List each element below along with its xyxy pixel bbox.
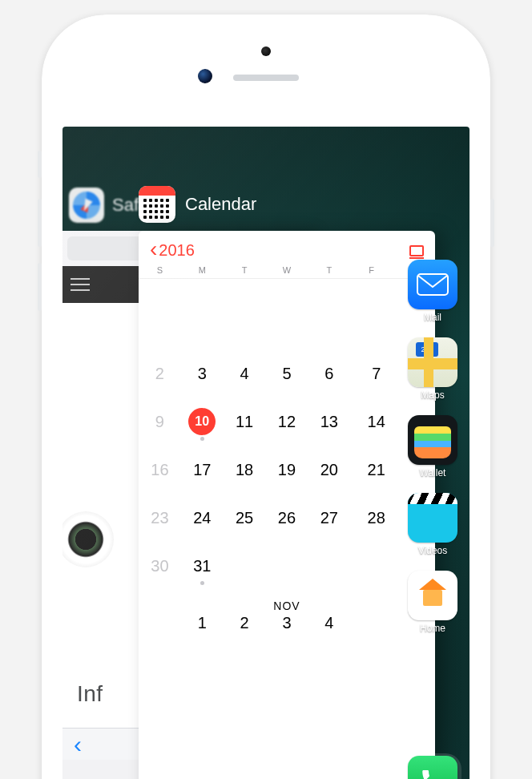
wallet-app-icon — [408, 415, 457, 465]
mail-app-label: Mail — [424, 312, 441, 323]
calendar-day-cell[interactable]: 7 — [350, 349, 393, 398]
front-camera — [198, 69, 212, 83]
page-image-eye — [62, 511, 114, 567]
calendar-day-cell — [350, 542, 393, 590]
calendar-day-cell[interactable]: 26 — [266, 494, 308, 542]
app-switcher-safari-header[interactable]: Safa — [69, 188, 148, 223]
screen: Safa Inf ‹ — [62, 127, 470, 779]
calendar-day-cell — [308, 542, 350, 590]
maps-app-icon: 280 — [408, 337, 457, 387]
calendar-day-cell[interactable]: 23 — [139, 494, 181, 542]
home-app-videos[interactable]: Videos — [408, 493, 457, 556]
calendar-day-cell[interactable]: 27 — [308, 494, 350, 542]
calendar-day-cell[interactable]: 4 — [224, 349, 266, 398]
calendar-month-grid[interactable]: 2345679101112131416171819202123242526272… — [139, 349, 435, 590]
power-button — [490, 199, 494, 247]
dock[interactable]: Phone — [404, 753, 461, 779]
weekday-cell: W — [266, 265, 308, 275]
home-app-home[interactable]: Home — [408, 571, 457, 634]
calendar-app-label: Calendar — [185, 194, 256, 215]
calendar-day-cell — [350, 614, 393, 632]
calendar-day-cell[interactable]: 30 — [139, 542, 181, 590]
weekday-cell: S — [139, 265, 181, 275]
videos-app-icon — [408, 493, 457, 543]
calendar-back-to-year[interactable]: ‹ 2016 — [150, 240, 195, 260]
phone-app-icon — [408, 756, 457, 779]
calendar-day-cell[interactable]: 24 — [181, 494, 224, 542]
calendar-day-cell[interactable]: 3 — [181, 349, 224, 398]
calendar-day-cell[interactable]: 20 — [308, 446, 350, 494]
calendar-next-month-label: NOV — [139, 590, 435, 614]
videos-app-label: Videos — [418, 545, 447, 556]
home-app-mail[interactable]: Mail — [408, 260, 457, 323]
sensor-dot — [261, 46, 271, 56]
calendar-day-cell[interactable]: 4 — [308, 614, 350, 632]
calendar-day-cell[interactable]: 3 — [266, 614, 308, 632]
calendar-day-cell[interactable]: 2 — [224, 614, 266, 632]
calendar-year-label: 2016 — [159, 241, 195, 260]
calendar-day-cell[interactable]: 16 — [139, 446, 181, 494]
calendar-day-cell[interactable]: 10 — [181, 398, 224, 446]
calendar-day-cell[interactable]: 19 — [266, 446, 308, 494]
calendar-blank-space — [139, 279, 435, 349]
safari-app-icon — [69, 188, 104, 223]
safari-back-icon[interactable]: ‹ — [74, 733, 82, 757]
hamburger-icon — [71, 284, 90, 285]
calendar-view-toggle-icon[interactable] — [409, 245, 424, 256]
wallet-app-label: Wallet — [420, 467, 446, 478]
volume-down-button — [38, 263, 42, 311]
calendar-day-cell — [139, 614, 181, 632]
calendar-day-cell[interactable]: 5 — [266, 349, 308, 398]
calendar-day-cell[interactable]: 2 — [139, 349, 181, 398]
home-screen-app-column[interactable]: Mail280MapsWalletVideosHome — [402, 260, 463, 634]
mute-switch — [38, 151, 42, 178]
home-app-icon — [408, 571, 457, 620]
earpiece — [233, 75, 299, 81]
calendar-day-cell[interactable]: 14 — [350, 398, 393, 446]
app-switcher-calendar-header[interactable]: Calendar — [139, 186, 256, 223]
calendar-day-cell[interactable]: 28 — [350, 494, 393, 542]
calendar-next-month-row[interactable]: 1234 — [139, 614, 435, 642]
weekday-cell: T — [308, 265, 350, 275]
volume-up-button — [38, 199, 42, 247]
calendar-day-cell[interactable]: 31 — [181, 542, 224, 590]
maps-app-label: Maps — [421, 390, 444, 401]
iphone-frame: Safa Inf ‹ — [42, 14, 490, 779]
calendar-day-cell[interactable]: 18 — [224, 446, 266, 494]
calendar-day-cell[interactable]: 21 — [350, 446, 393, 494]
calendar-day-cell[interactable]: 17 — [181, 446, 224, 494]
weekday-cell: T — [224, 265, 266, 275]
dock-app-phone[interactable]: Phone — [408, 741, 457, 779]
chevron-left-icon: ‹ — [150, 238, 157, 260]
home-app-label: Home — [420, 623, 445, 634]
calendar-day-cell — [266, 542, 308, 590]
home-app-wallet[interactable]: Wallet — [408, 415, 457, 478]
calendar-app-icon — [139, 186, 175, 223]
mail-app-icon — [408, 260, 457, 309]
weekday-cell: M — [181, 265, 224, 275]
home-app-maps[interactable]: 280Maps — [408, 337, 457, 401]
calendar-weekday-row: SMTWTFS — [139, 265, 435, 279]
svg-rect-0 — [417, 274, 448, 295]
calendar-day-cell[interactable]: 11 — [224, 398, 266, 446]
calendar-day-cell[interactable]: 12 — [266, 398, 308, 446]
calendar-day-cell[interactable]: 9 — [139, 398, 181, 446]
weekday-cell: F — [350, 265, 393, 275]
page-heading-fragment: Inf — [77, 681, 103, 707]
calendar-day-cell[interactable]: 1 — [181, 614, 224, 632]
calendar-day-cell — [224, 542, 266, 590]
app-switcher-card-calendar[interactable]: ‹ 2016 SMTWTFS 2345679101112131416171819… — [139, 231, 435, 779]
calendar-day-cell[interactable]: 25 — [224, 494, 266, 542]
calendar-day-cell[interactable]: 13 — [308, 398, 350, 446]
calendar-day-cell[interactable]: 6 — [308, 349, 350, 398]
